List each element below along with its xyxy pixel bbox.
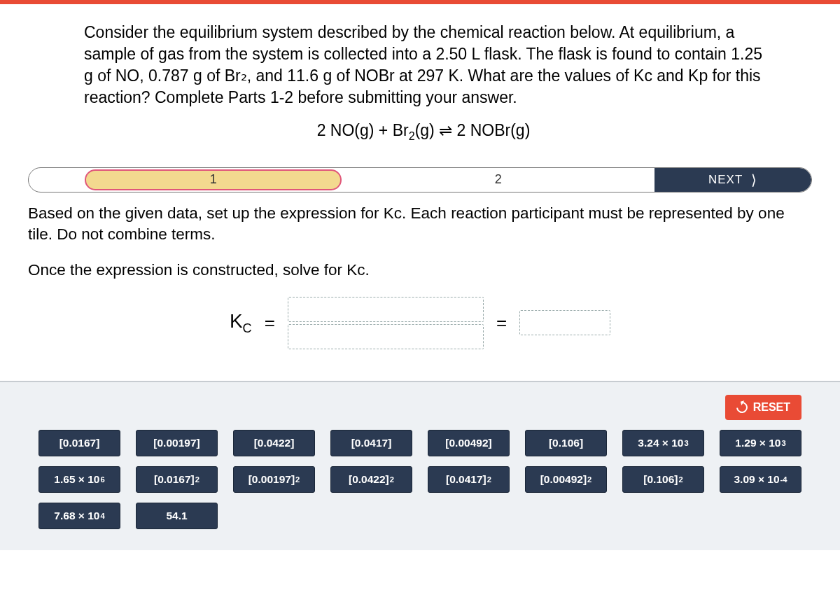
result-slot[interactable] [519,310,610,335]
step-1-tab[interactable]: 1 [29,168,342,192]
tiles-palette: RESET [0.0167][0.00197][0.0422][0.0417][… [0,381,840,550]
kc-symbol: KC [230,310,252,336]
reset-icon [734,399,750,415]
answer-tile[interactable]: [0.0417]2 [428,466,510,493]
answer-tile[interactable]: 3.24 × 103 [622,430,704,456]
answer-tile[interactable]: [0.00492] [428,430,510,456]
kc-expression: KC = = [28,297,812,349]
answer-tile[interactable]: 7.68 × 104 [38,503,120,529]
answer-tile[interactable]: 1.29 × 103 [720,430,802,456]
equals-sign-2: = [496,312,507,334]
fraction-dropzone [288,297,484,349]
answer-tile[interactable]: [0.00197]2 [233,466,315,493]
chevron-right-icon: ⟩ [751,172,757,188]
step-2-tab[interactable]: 2 [342,168,654,192]
answer-tile[interactable]: [0.0167] [38,430,120,456]
answer-tile[interactable]: 54.1 [136,503,218,529]
answer-tile[interactable]: [0.0167]2 [136,466,218,493]
tile-grid: [0.0167][0.00197][0.0422][0.0417][0.0049… [38,430,802,529]
answer-tile[interactable]: [0.00492]2 [525,466,607,493]
answer-tile[interactable]: 1.65 × 106 [38,466,120,493]
answer-tile[interactable]: [0.0422]2 [330,466,412,493]
step-1-active-pill: 1 [85,169,342,190]
answer-tile[interactable]: [0.00197] [136,430,218,456]
answer-tile[interactable]: [0.0422] [233,430,315,456]
progress-bar: 1 2 NEXT ⟩ [0,167,840,192]
reset-label: RESET [753,401,790,414]
denominator-slot[interactable] [288,324,484,349]
answer-tile[interactable]: 3.09 × 10-4 [720,466,802,493]
step-2-label: 2 [495,172,502,187]
progress-track: 1 2 NEXT ⟩ [28,167,812,192]
equals-sign-1: = [265,312,275,334]
answer-tile[interactable]: [0.106]2 [622,466,704,493]
step-1-label: 1 [210,172,217,187]
instruction-area: Based on the given data, set up the expr… [0,192,840,381]
instruction-line-1: Based on the given data, set up the expr… [28,203,812,246]
question-area: Consider the equilibrium system describe… [0,4,840,157]
chemical-equation: 2 NO(g) + Br2(g) ⇌ 2 NOBr(g) [84,121,763,143]
next-label: NEXT [708,173,743,187]
answer-tile[interactable]: [0.106] [525,430,607,456]
instruction-line-2: Once the expression is constructed, solv… [28,261,812,279]
answer-tile[interactable]: [0.0417] [330,430,412,456]
question-text: Consider the equilibrium system describe… [84,22,763,108]
numerator-slot[interactable] [288,297,484,322]
reset-button[interactable]: RESET [725,395,802,420]
next-button[interactable]: NEXT ⟩ [654,168,811,192]
